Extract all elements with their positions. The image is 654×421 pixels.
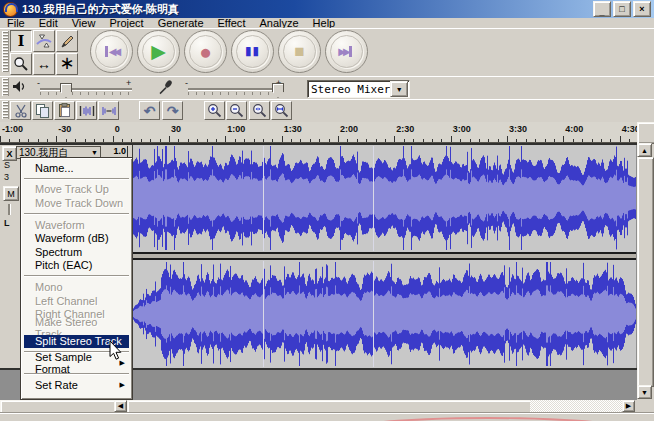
audacity-window: 130.我用自己的方式爱你-陈明真 _ □ × FileEditViewProj… (0, 0, 654, 421)
vertical-scroll-thumb[interactable] (637, 157, 654, 387)
ruler-minor-tick (310, 139, 311, 142)
timeline-ruler[interactable]: -1:00-300301:001:302:002:303:003:304:004… (0, 122, 637, 143)
input-slider-ticks (188, 92, 282, 95)
ruler-minor-tick (423, 139, 424, 142)
undo-icon (144, 102, 156, 120)
scroll-down-button[interactable]: ▼ (637, 385, 652, 399)
menu-item[interactable]: Generate (151, 18, 211, 28)
gain-slider-fragment[interactable] (8, 204, 10, 215)
context-menu-item[interactable] (24, 373, 129, 375)
ruler-minor-tick (601, 139, 602, 142)
ruler-minor-tick (535, 139, 536, 142)
ruler-label: 30 (171, 124, 181, 134)
envelope-icon (36, 33, 52, 49)
zoom-out-button[interactable] (226, 101, 247, 120)
horizontal-scrollbar[interactable] (530, 400, 622, 412)
ruler-minor-tick (376, 139, 377, 142)
edit-grip[interactable] (2, 101, 9, 119)
amplitude-tick (127, 146, 128, 157)
status-bar (0, 412, 654, 421)
silence-selection-button[interactable] (98, 101, 119, 120)
ruler-minor-tick (66, 139, 67, 142)
multi-tool-button[interactable] (56, 53, 78, 75)
ruler-minor-tick (75, 139, 76, 142)
menu-item[interactable]: Project (102, 18, 150, 28)
zoom-in-button[interactable] (204, 101, 225, 120)
stereo-waveform[interactable] (133, 145, 636, 368)
toolbar-grip[interactable] (2, 31, 9, 72)
output-slider-track[interactable] (40, 88, 132, 90)
record-icon (199, 42, 212, 61)
mixer-grip[interactable] (2, 78, 9, 96)
zoom-tool-button[interactable] (10, 53, 32, 75)
close-button[interactable]: × (633, 1, 651, 17)
input-slider-track[interactable] (188, 88, 282, 90)
context-menu-item[interactable]: Pitch (EAC) (22, 259, 131, 273)
trim-outside-selection-button[interactable] (76, 101, 97, 120)
ruler-minor-tick (479, 139, 480, 142)
stop-button[interactable] (278, 30, 321, 73)
track-menu-arrow-icon: ▼ (91, 149, 98, 156)
pause-button[interactable] (231, 30, 274, 73)
menu-item[interactable]: Help (306, 18, 343, 28)
context-menu-item[interactable]: Waveform (dB) (22, 231, 131, 245)
menu-item[interactable]: Effect (211, 18, 253, 28)
context-menu-item[interactable]: Move Track Up (22, 183, 131, 197)
skip-to-end-button[interactable] (325, 30, 368, 73)
context-menu-item-label: Spectrum (35, 246, 82, 258)
ruler-minor-tick (178, 139, 179, 142)
context-menu-item[interactable]: Set Rate ▶ (22, 378, 131, 392)
play-icon (151, 42, 166, 61)
ruler-label: -1:00 (2, 124, 23, 134)
menu-item[interactable]: View (65, 18, 103, 28)
draw-tool-button[interactable] (56, 30, 78, 52)
ruler-minor-tick (592, 139, 593, 142)
context-menu-item[interactable]: Move Track Down (22, 196, 131, 210)
skip-to-start-button[interactable] (90, 30, 133, 73)
track-info-line1: S (4, 160, 10, 170)
input-device-select[interactable]: Stereo Mixer ▼ (307, 80, 410, 98)
ruler-minor-tick (498, 139, 499, 142)
input-min-label: - (185, 79, 188, 87)
scroll-up-button[interactable]: ▲ (637, 143, 652, 157)
fit-project-button[interactable] (271, 101, 292, 120)
ruler-label: 3:00 (453, 124, 471, 134)
minimize-button[interactable]: _ (593, 1, 611, 17)
menu-item[interactable]: Analyze (252, 18, 305, 28)
timeshift-tool-button[interactable] (33, 53, 55, 75)
context-menu-item[interactable]: Name... (22, 161, 131, 175)
context-menu-item[interactable]: Spectrum (22, 245, 131, 259)
scroll-right-button[interactable]: ▶ (622, 400, 635, 412)
context-menu-item[interactable] (24, 275, 129, 277)
ruler-minor-tick (404, 139, 405, 142)
chevron-down-icon[interactable]: ▼ (390, 81, 408, 97)
scroll-left-button[interactable]: ◀ (114, 400, 127, 412)
context-menu-item[interactable]: Left Channel (22, 294, 131, 308)
context-menu-item[interactable] (24, 178, 129, 180)
menu-item[interactable]: File (0, 18, 32, 28)
record-button[interactable] (184, 30, 227, 73)
ruler-major-tick (507, 136, 508, 142)
menu-item[interactable]: Edit (32, 18, 65, 28)
context-menu-item[interactable]: Waveform (22, 218, 131, 232)
menu-bar: FileEditViewProjectGenerateEffectAnalyze… (0, 18, 654, 28)
context-menu-item[interactable]: Mono (22, 280, 131, 294)
ruler-major-tick (169, 136, 170, 142)
mute-button[interactable]: M (3, 186, 19, 201)
undo-button[interactable] (139, 101, 160, 120)
context-menu-item[interactable] (24, 213, 129, 215)
cut-button[interactable] (10, 101, 31, 120)
ruler-minor-tick (19, 139, 20, 142)
fit-selection-button[interactable] (249, 101, 270, 120)
redo-button[interactable] (162, 101, 183, 120)
play-button[interactable] (137, 30, 180, 73)
context-menu-item[interactable]: Make Stereo Track (22, 321, 131, 335)
maximize-button[interactable]: □ (613, 1, 631, 17)
track-close-button[interactable]: X (2, 146, 17, 161)
context-menu-item-label: Set Rate (35, 379, 78, 391)
paste-button[interactable] (54, 101, 75, 120)
ruler-major-tick (451, 136, 452, 142)
copy-button[interactable] (32, 101, 53, 120)
envelope-tool-button[interactable] (33, 30, 55, 52)
selection-tool-button[interactable] (10, 30, 32, 52)
